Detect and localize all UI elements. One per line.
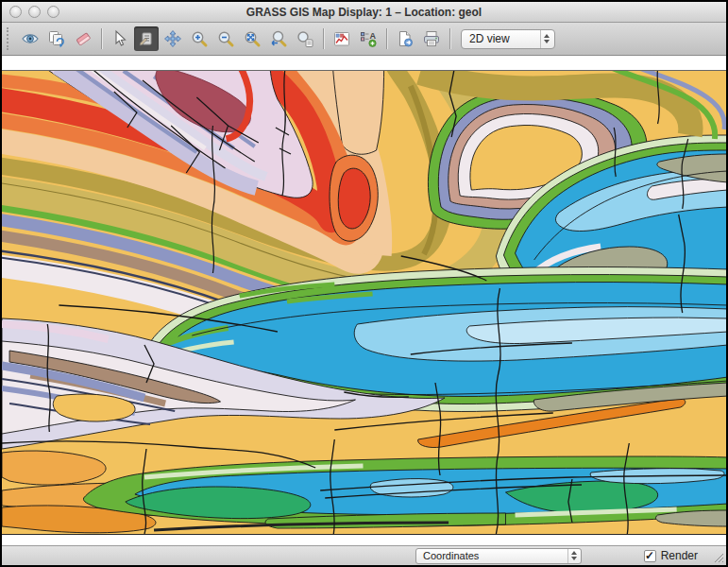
toolbar-separator <box>101 28 102 49</box>
query-document-icon <box>137 29 156 48</box>
statusbar: Coordinates ✓ Render <box>2 545 726 565</box>
erase-display-button[interactable] <box>71 26 95 51</box>
render-display-button[interactable] <box>44 26 69 51</box>
query-button[interactable] <box>134 26 159 51</box>
print-icon <box>422 29 441 48</box>
add-overlay-icon: A <box>359 29 378 48</box>
render-toggle: ✓ Render <box>644 549 698 562</box>
overlay-letter: A <box>370 31 377 41</box>
eye-icon <box>21 29 40 48</box>
select-stepper-icon <box>567 549 580 563</box>
render-checkbox-label: Render <box>661 549 698 562</box>
pan-button[interactable] <box>161 26 185 51</box>
view-mode-select[interactable]: 2D view <box>461 29 555 49</box>
map-toolbar: A 2D vi <box>2 23 726 56</box>
grass-map-display-window: GRASS GIS Map Display: 1 – Location: geo… <box>0 0 728 567</box>
window-title: GRASS GIS Map Display: 1 – Location: geo… <box>2 6 726 19</box>
render-map-icon <box>47 29 66 48</box>
zoom-button[interactable] <box>47 6 59 18</box>
statusbar-mode-value: Coordinates <box>423 550 560 561</box>
map-display-area <box>2 70 726 535</box>
zoom-extent-button[interactable] <box>240 26 264 51</box>
panel-background <box>2 535 726 545</box>
pointer-button[interactable] <box>108 26 132 51</box>
eraser-icon <box>74 29 93 48</box>
close-button[interactable] <box>9 6 22 18</box>
zoom-out-icon <box>216 29 235 48</box>
resize-grip-icon[interactable] <box>712 551 724 563</box>
zoom-in-button[interactable] <box>187 26 212 51</box>
toolbar-separator <box>386 28 387 49</box>
toolbar-separator <box>323 28 324 49</box>
show-display-button[interactable] <box>18 26 42 51</box>
save-file-icon <box>396 29 415 48</box>
panel-background <box>2 56 726 70</box>
save-file-button[interactable] <box>393 26 417 51</box>
zoom-region-button[interactable] <box>293 26 317 51</box>
toolbar-drag-handle[interactable] <box>7 27 12 50</box>
zoom-in-icon <box>190 29 209 48</box>
pointer-icon <box>110 29 129 48</box>
profile-analyze-icon <box>332 29 351 48</box>
map-canvas[interactable] <box>2 71 726 534</box>
render-checkbox[interactable]: ✓ <box>644 550 656 562</box>
traffic-lights <box>9 6 59 18</box>
zoom-back-icon <box>269 29 288 48</box>
print-button[interactable] <box>419 26 444 51</box>
minimize-button[interactable] <box>28 6 41 18</box>
zoom-out-button[interactable] <box>213 26 238 51</box>
zoom-extent-icon <box>243 29 262 48</box>
zoom-region-icon <box>296 29 314 48</box>
add-overlay-button[interactable]: A <box>356 26 381 51</box>
titlebar[interactable]: GRASS GIS Map Display: 1 – Location: geo… <box>2 2 726 23</box>
select-stepper-icon <box>540 30 552 48</box>
analyze-button[interactable] <box>330 26 354 51</box>
statusbar-mode-select[interactable]: Coordinates <box>415 548 582 564</box>
pan-arrows-icon <box>163 29 182 48</box>
zoom-back-button[interactable] <box>266 26 291 51</box>
toolbar-separator <box>449 28 450 49</box>
view-mode-value: 2D view <box>469 32 533 45</box>
